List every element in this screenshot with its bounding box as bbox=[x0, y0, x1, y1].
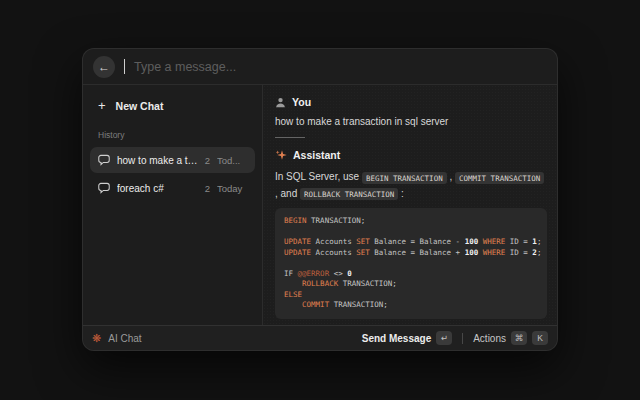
code-line: UPDATE Accounts SET Balance = Balance - … bbox=[284, 237, 538, 248]
message-divider bbox=[275, 137, 305, 138]
ai-chat-window: ← Type a message... + New Chat History h… bbox=[82, 48, 558, 351]
send-message-label: Send Message bbox=[362, 333, 431, 344]
app-name: AI Chat bbox=[108, 333, 141, 344]
text-cursor bbox=[124, 59, 125, 74]
code-line: BEGIN TRANSACTION; bbox=[284, 216, 538, 227]
code-line bbox=[284, 227, 538, 238]
user-label: You bbox=[292, 96, 311, 108]
code-line: ROLLBACK TRANSACTION; bbox=[284, 279, 538, 290]
message-input-bar: ← Type a message... bbox=[83, 49, 557, 85]
actions-label: Actions bbox=[473, 333, 506, 344]
k-key-icon: K bbox=[532, 331, 548, 345]
sidebar: + New Chat History how to make a transa.… bbox=[83, 85, 263, 325]
history-item-count: 2 bbox=[205, 155, 210, 166]
code-block: BEGIN TRANSACTION; UPDATE Accounts SET B… bbox=[275, 208, 547, 319]
intro-text: In SQL Server, use bbox=[275, 171, 362, 182]
app-logo-icon: ❋ bbox=[92, 333, 101, 344]
assistant-intro: In SQL Server, use BEGIN TRANSACTION , C… bbox=[275, 169, 547, 202]
inline-code-chip: BEGIN TRANSACTION bbox=[362, 172, 447, 184]
sparkle-icon bbox=[275, 149, 287, 161]
intro-text: , and bbox=[275, 188, 300, 199]
history-item-sql-transaction[interactable]: how to make a transa... 2 Tod... bbox=[90, 147, 255, 173]
code-line: UPDATE Accounts SET Balance = Balance + … bbox=[284, 248, 538, 259]
code-line: ELSE bbox=[284, 290, 538, 301]
intro-text: , bbox=[447, 171, 455, 182]
history-item-date: Today bbox=[217, 183, 247, 194]
chat-bubble-icon bbox=[98, 182, 110, 194]
chat-bubble-icon bbox=[98, 154, 110, 166]
status-bar: ❋ AI Chat Send Message ↵ Actions ⌘ K bbox=[83, 325, 557, 350]
user-message-text: how to make a transaction in sql server bbox=[275, 116, 547, 127]
new-chat-label: New Chat bbox=[116, 100, 164, 112]
new-chat-button[interactable]: + New Chat bbox=[90, 93, 255, 118]
history-item-title: foreach c# bbox=[117, 183, 198, 194]
command-key-icon: ⌘ bbox=[511, 331, 527, 345]
actions-button[interactable]: Actions ⌘ K bbox=[473, 331, 548, 345]
history-item-title: how to make a transa... bbox=[117, 155, 198, 166]
user-avatar-icon bbox=[275, 97, 286, 108]
history-item-foreach-csharp[interactable]: foreach c# 2 Today bbox=[90, 175, 255, 201]
history-item-count: 2 bbox=[205, 183, 210, 194]
chat-scroll-area[interactable]: You how to make a transaction in sql ser… bbox=[263, 85, 557, 325]
assistant-label: Assistant bbox=[293, 149, 340, 161]
assistant-message-header: Assistant bbox=[275, 149, 547, 161]
intro-text: : bbox=[398, 188, 404, 199]
code-line: IF @@ERROR <> 0 bbox=[284, 269, 538, 280]
statusbar-divider bbox=[462, 333, 463, 344]
message-input[interactable]: Type a message... bbox=[134, 60, 547, 74]
inline-code-chip: COMMIT TRANSACTION bbox=[455, 172, 544, 184]
enter-key-icon: ↵ bbox=[436, 331, 452, 345]
inline-code-chip: ROLLBACK TRANSACTION bbox=[300, 188, 398, 200]
user-message-header: You bbox=[275, 96, 547, 108]
send-message-button[interactable]: Send Message ↵ bbox=[362, 331, 452, 345]
history-section-label: History bbox=[90, 130, 255, 140]
history-item-date: Tod... bbox=[217, 155, 247, 166]
plus-icon: + bbox=[98, 99, 106, 112]
back-button[interactable]: ← bbox=[93, 56, 115, 78]
code-line: COMMIT TRANSACTION; bbox=[284, 300, 538, 311]
back-arrow-icon: ← bbox=[98, 60, 110, 74]
code-line bbox=[284, 258, 538, 269]
